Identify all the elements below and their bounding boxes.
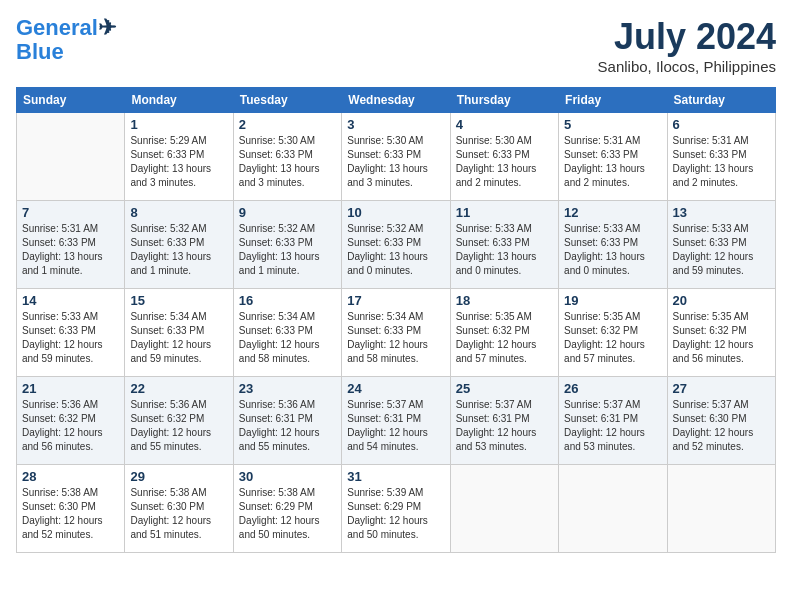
calendar-cell: 11Sunrise: 5:33 AM Sunset: 6:33 PM Dayli… [450, 201, 558, 289]
calendar-cell: 13Sunrise: 5:33 AM Sunset: 6:33 PM Dayli… [667, 201, 775, 289]
calendar-cell: 23Sunrise: 5:36 AM Sunset: 6:31 PM Dayli… [233, 377, 341, 465]
day-number: 7 [22, 205, 119, 220]
day-number: 29 [130, 469, 227, 484]
calendar-cell [17, 113, 125, 201]
day-info: Sunrise: 5:34 AM Sunset: 6:33 PM Dayligh… [130, 310, 227, 366]
day-info: Sunrise: 5:39 AM Sunset: 6:29 PM Dayligh… [347, 486, 444, 542]
day-info: Sunrise: 5:36 AM Sunset: 6:32 PM Dayligh… [130, 398, 227, 454]
header-wednesday: Wednesday [342, 88, 450, 113]
day-info: Sunrise: 5:36 AM Sunset: 6:32 PM Dayligh… [22, 398, 119, 454]
day-info: Sunrise: 5:29 AM Sunset: 6:33 PM Dayligh… [130, 134, 227, 190]
day-number: 5 [564, 117, 661, 132]
day-number: 27 [673, 381, 770, 396]
day-number: 26 [564, 381, 661, 396]
calendar-header: SundayMondayTuesdayWednesdayThursdayFrid… [17, 88, 776, 113]
header-row: SundayMondayTuesdayWednesdayThursdayFrid… [17, 88, 776, 113]
week-row-2: 7Sunrise: 5:31 AM Sunset: 6:33 PM Daylig… [17, 201, 776, 289]
day-number: 17 [347, 293, 444, 308]
title-block: July 2024 Sanlibo, Ilocos, Philippines [598, 16, 776, 75]
header-thursday: Thursday [450, 88, 558, 113]
day-info: Sunrise: 5:36 AM Sunset: 6:31 PM Dayligh… [239, 398, 336, 454]
calendar-cell: 17Sunrise: 5:34 AM Sunset: 6:33 PM Dayli… [342, 289, 450, 377]
calendar-cell: 8Sunrise: 5:32 AM Sunset: 6:33 PM Daylig… [125, 201, 233, 289]
calendar-cell: 10Sunrise: 5:32 AM Sunset: 6:33 PM Dayli… [342, 201, 450, 289]
day-number: 25 [456, 381, 553, 396]
calendar-cell: 20Sunrise: 5:35 AM Sunset: 6:32 PM Dayli… [667, 289, 775, 377]
day-number: 13 [673, 205, 770, 220]
calendar-cell: 6Sunrise: 5:31 AM Sunset: 6:33 PM Daylig… [667, 113, 775, 201]
calendar-cell: 30Sunrise: 5:38 AM Sunset: 6:29 PM Dayli… [233, 465, 341, 553]
day-number: 28 [22, 469, 119, 484]
calendar-cell: 14Sunrise: 5:33 AM Sunset: 6:33 PM Dayli… [17, 289, 125, 377]
day-info: Sunrise: 5:30 AM Sunset: 6:33 PM Dayligh… [239, 134, 336, 190]
logo-text: General✈ Blue [16, 16, 116, 64]
calendar-table: SundayMondayTuesdayWednesdayThursdayFrid… [16, 87, 776, 553]
day-info: Sunrise: 5:38 AM Sunset: 6:29 PM Dayligh… [239, 486, 336, 542]
day-number: 15 [130, 293, 227, 308]
calendar-cell [667, 465, 775, 553]
header-sunday: Sunday [17, 88, 125, 113]
day-number: 6 [673, 117, 770, 132]
day-info: Sunrise: 5:30 AM Sunset: 6:33 PM Dayligh… [456, 134, 553, 190]
day-number: 9 [239, 205, 336, 220]
day-info: Sunrise: 5:37 AM Sunset: 6:31 PM Dayligh… [347, 398, 444, 454]
day-number: 14 [22, 293, 119, 308]
calendar-cell [450, 465, 558, 553]
calendar-cell: 18Sunrise: 5:35 AM Sunset: 6:32 PM Dayli… [450, 289, 558, 377]
day-number: 24 [347, 381, 444, 396]
calendar-cell: 26Sunrise: 5:37 AM Sunset: 6:31 PM Dayli… [559, 377, 667, 465]
day-number: 22 [130, 381, 227, 396]
calendar-cell: 1Sunrise: 5:29 AM Sunset: 6:33 PM Daylig… [125, 113, 233, 201]
calendar-cell: 3Sunrise: 5:30 AM Sunset: 6:33 PM Daylig… [342, 113, 450, 201]
day-number: 20 [673, 293, 770, 308]
week-row-5: 28Sunrise: 5:38 AM Sunset: 6:30 PM Dayli… [17, 465, 776, 553]
day-number: 31 [347, 469, 444, 484]
day-number: 16 [239, 293, 336, 308]
week-row-4: 21Sunrise: 5:36 AM Sunset: 6:32 PM Dayli… [17, 377, 776, 465]
calendar-cell: 25Sunrise: 5:37 AM Sunset: 6:31 PM Dayli… [450, 377, 558, 465]
day-number: 10 [347, 205, 444, 220]
day-number: 8 [130, 205, 227, 220]
page-header: General✈ Blue July 2024 Sanlibo, Ilocos,… [16, 16, 776, 75]
day-info: Sunrise: 5:32 AM Sunset: 6:33 PM Dayligh… [130, 222, 227, 278]
day-info: Sunrise: 5:35 AM Sunset: 6:32 PM Dayligh… [673, 310, 770, 366]
day-number: 21 [22, 381, 119, 396]
week-row-3: 14Sunrise: 5:33 AM Sunset: 6:33 PM Dayli… [17, 289, 776, 377]
day-number: 4 [456, 117, 553, 132]
day-number: 18 [456, 293, 553, 308]
header-friday: Friday [559, 88, 667, 113]
calendar-cell: 19Sunrise: 5:35 AM Sunset: 6:32 PM Dayli… [559, 289, 667, 377]
header-monday: Monday [125, 88, 233, 113]
calendar-cell: 7Sunrise: 5:31 AM Sunset: 6:33 PM Daylig… [17, 201, 125, 289]
calendar-cell: 24Sunrise: 5:37 AM Sunset: 6:31 PM Dayli… [342, 377, 450, 465]
day-info: Sunrise: 5:33 AM Sunset: 6:33 PM Dayligh… [564, 222, 661, 278]
day-number: 12 [564, 205, 661, 220]
day-info: Sunrise: 5:34 AM Sunset: 6:33 PM Dayligh… [347, 310, 444, 366]
logo-general: General [16, 15, 98, 40]
calendar-cell: 15Sunrise: 5:34 AM Sunset: 6:33 PM Dayli… [125, 289, 233, 377]
day-info: Sunrise: 5:30 AM Sunset: 6:33 PM Dayligh… [347, 134, 444, 190]
header-tuesday: Tuesday [233, 88, 341, 113]
day-number: 3 [347, 117, 444, 132]
day-info: Sunrise: 5:33 AM Sunset: 6:33 PM Dayligh… [673, 222, 770, 278]
day-info: Sunrise: 5:33 AM Sunset: 6:33 PM Dayligh… [22, 310, 119, 366]
day-info: Sunrise: 5:31 AM Sunset: 6:33 PM Dayligh… [564, 134, 661, 190]
day-info: Sunrise: 5:35 AM Sunset: 6:32 PM Dayligh… [564, 310, 661, 366]
day-number: 11 [456, 205, 553, 220]
location: Sanlibo, Ilocos, Philippines [598, 58, 776, 75]
day-info: Sunrise: 5:37 AM Sunset: 6:31 PM Dayligh… [456, 398, 553, 454]
calendar-cell: 2Sunrise: 5:30 AM Sunset: 6:33 PM Daylig… [233, 113, 341, 201]
day-info: Sunrise: 5:38 AM Sunset: 6:30 PM Dayligh… [22, 486, 119, 542]
day-number: 30 [239, 469, 336, 484]
day-info: Sunrise: 5:37 AM Sunset: 6:31 PM Dayligh… [564, 398, 661, 454]
day-number: 1 [130, 117, 227, 132]
month-year: July 2024 [598, 16, 776, 58]
calendar-cell: 29Sunrise: 5:38 AM Sunset: 6:30 PM Dayli… [125, 465, 233, 553]
calendar-cell: 12Sunrise: 5:33 AM Sunset: 6:33 PM Dayli… [559, 201, 667, 289]
calendar-cell: 31Sunrise: 5:39 AM Sunset: 6:29 PM Dayli… [342, 465, 450, 553]
day-number: 23 [239, 381, 336, 396]
day-info: Sunrise: 5:35 AM Sunset: 6:32 PM Dayligh… [456, 310, 553, 366]
day-info: Sunrise: 5:32 AM Sunset: 6:33 PM Dayligh… [347, 222, 444, 278]
day-info: Sunrise: 5:33 AM Sunset: 6:33 PM Dayligh… [456, 222, 553, 278]
day-info: Sunrise: 5:31 AM Sunset: 6:33 PM Dayligh… [673, 134, 770, 190]
